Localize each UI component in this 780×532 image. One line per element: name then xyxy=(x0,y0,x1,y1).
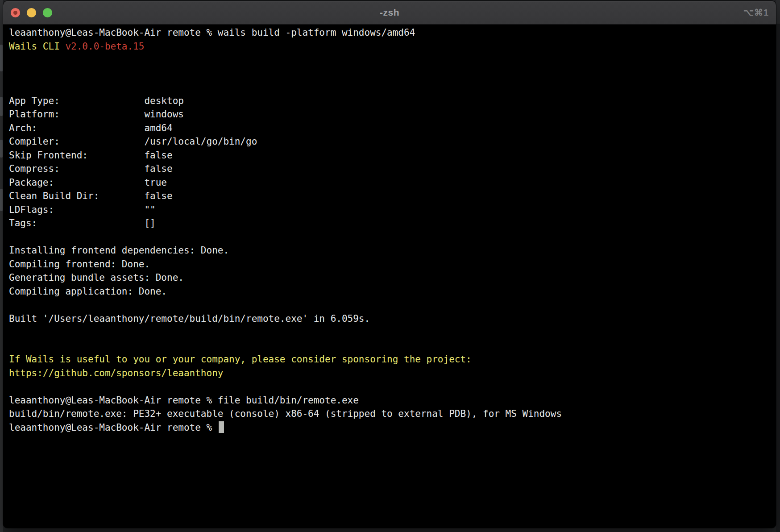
terminal-line xyxy=(9,339,776,353)
terminal-line: If Wails is useful to you or your compan… xyxy=(9,353,776,366)
terminal-line xyxy=(9,380,776,394)
titlebar[interactable]: -zsh ⌥⌘1 xyxy=(3,1,776,25)
terminal-line: Platform: windows xyxy=(9,108,776,121)
terminal-line: Compiling frontend: Done. xyxy=(9,258,776,271)
tab-shortcut-badge: ⌥⌘1 xyxy=(743,7,769,18)
terminal-line: build/bin/remote.exe: PE32+ executable (… xyxy=(9,407,776,421)
terminal-line: Wails CLI v2.0.0-beta.15 xyxy=(9,40,776,54)
terminal-line: Compiling application: Done. xyxy=(9,285,776,299)
terminal-line: https://github.com/sponsors/leaanthony xyxy=(9,366,776,380)
background-fragment xyxy=(0,140,3,158)
zoom-button[interactable] xyxy=(43,8,52,17)
traffic-lights xyxy=(11,1,52,24)
background-window-left-edge xyxy=(0,0,3,532)
terminal-line xyxy=(9,325,776,339)
terminal-line: Built '/Users/leaanthony/remote/build/bi… xyxy=(9,312,776,326)
background-window-right-edge xyxy=(776,0,780,532)
terminal-line: Skip Frontend: false xyxy=(9,149,776,162)
minimize-button[interactable] xyxy=(27,8,36,17)
terminal-line: Package: true xyxy=(9,176,776,190)
terminal-line: Arch: amd64 xyxy=(9,121,776,135)
background-fragment xyxy=(0,45,3,71)
terminal-line: Clean Build Dir: false xyxy=(9,189,776,203)
terminal-line: LDFlags: "" xyxy=(9,203,776,217)
terminal-line: Tags: [] xyxy=(9,216,776,230)
background-fragment xyxy=(776,0,780,24)
terminal-line: Compiler: /usr/local/go/bin/go xyxy=(9,135,776,149)
terminal-line xyxy=(9,298,776,312)
terminal-line: leaanthony@Leas-MacBook-Air remote % wai… xyxy=(9,26,776,40)
terminal-line: Installing frontend dependencies: Done. xyxy=(9,244,776,258)
terminal-cursor xyxy=(219,421,224,433)
terminal-line xyxy=(9,67,776,81)
terminal-line xyxy=(9,230,776,244)
close-button[interactable] xyxy=(11,8,20,17)
terminal-screen[interactable]: leaanthony@Leas-MacBook-Air remote % wai… xyxy=(3,25,776,528)
terminal-window: -zsh ⌥⌘1 leaanthony@Leas-MacBook-Air rem… xyxy=(3,1,776,528)
terminal-line xyxy=(9,53,776,67)
terminal-line: App Type: desktop xyxy=(9,94,776,108)
background-fragment xyxy=(0,189,3,211)
window-title: -zsh xyxy=(3,7,776,18)
terminal-line xyxy=(9,80,776,94)
terminal-line: leaanthony@Leas-MacBook-Air remote % fil… xyxy=(9,394,776,407)
close-edited-dot xyxy=(13,11,17,15)
terminal-line: Generating bundle assets: Done. xyxy=(9,271,776,285)
background-fragment xyxy=(0,97,3,116)
terminal-line: leaanthony@Leas-MacBook-Air remote % xyxy=(9,421,776,435)
terminal-line: Compress: false xyxy=(9,162,776,176)
